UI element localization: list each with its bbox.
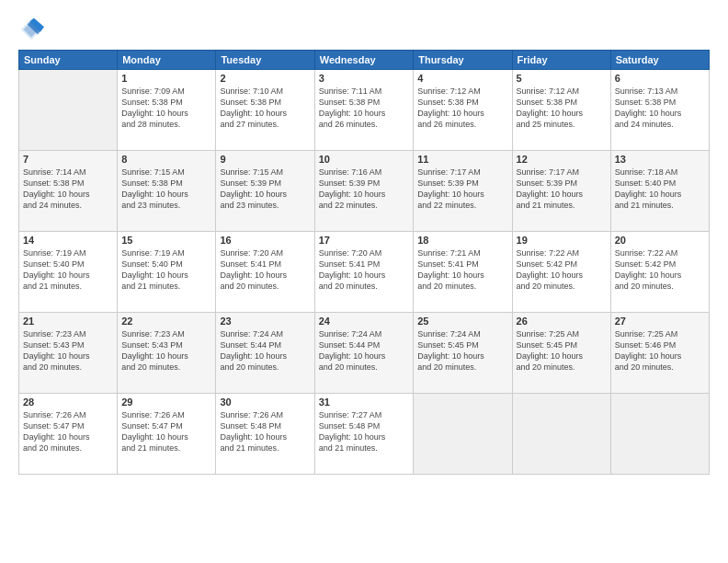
calendar-cell (512, 394, 610, 475)
day-info: Sunrise: 7:21 AM Sunset: 5:41 PM Dayligh… (417, 247, 507, 293)
calendar-cell: 25Sunrise: 7:24 AM Sunset: 5:45 PM Dayli… (414, 313, 512, 394)
calendar-cell (610, 394, 709, 475)
day-info: Sunrise: 7:17 AM Sunset: 5:39 PM Dayligh… (517, 167, 607, 212)
day-number: 9 (220, 154, 310, 165)
calendar-cell: 12Sunrise: 7:17 AM Sunset: 5:39 PM Dayli… (512, 151, 610, 232)
day-info: Sunrise: 7:25 AM Sunset: 5:45 PM Dayligh… (517, 328, 607, 373)
day-info: Sunrise: 7:11 AM Sunset: 5:38 PM Dayligh… (319, 86, 410, 131)
calendar: SundayMondayTuesdayWednesdayThursdayFrid… (18, 50, 710, 475)
week-row-4: 28Sunrise: 7:26 AM Sunset: 5:47 PM Dayli… (19, 394, 710, 475)
calendar-cell: 26Sunrise: 7:25 AM Sunset: 5:45 PM Dayli… (512, 313, 610, 394)
calendar-cell: 11Sunrise: 7:17 AM Sunset: 5:39 PM Dayli… (414, 151, 512, 232)
calendar-cell: 15Sunrise: 7:19 AM Sunset: 5:40 PM Dayli… (118, 232, 216, 313)
calendar-cell: 10Sunrise: 7:16 AM Sunset: 5:39 PM Dayli… (314, 151, 414, 232)
calendar-cell: 4Sunrise: 7:12 AM Sunset: 5:38 PM Daylig… (414, 70, 512, 151)
day-number: 14 (23, 235, 113, 246)
day-info: Sunrise: 7:10 AM Sunset: 5:38 PM Dayligh… (220, 86, 310, 131)
day-number: 21 (23, 316, 113, 327)
logo (18, 17, 48, 42)
day-info: Sunrise: 7:13 AM Sunset: 5:38 PM Dayligh… (615, 86, 705, 131)
calendar-cell: 28Sunrise: 7:26 AM Sunset: 5:47 PM Dayli… (19, 394, 118, 475)
calendar-cell: 13Sunrise: 7:18 AM Sunset: 5:40 PM Dayli… (610, 151, 709, 232)
day-info: Sunrise: 7:12 AM Sunset: 5:38 PM Dayligh… (517, 86, 607, 131)
calendar-cell: 7Sunrise: 7:14 AM Sunset: 5:38 PM Daylig… (19, 151, 118, 232)
day-number: 23 (220, 316, 310, 327)
calendar-cell: 18Sunrise: 7:21 AM Sunset: 5:41 PM Dayli… (414, 232, 512, 313)
day-info: Sunrise: 7:15 AM Sunset: 5:39 PM Dayligh… (220, 167, 310, 212)
week-row-2: 14Sunrise: 7:19 AM Sunset: 5:40 PM Dayli… (19, 232, 710, 313)
header (18, 17, 710, 42)
calendar-cell: 30Sunrise: 7:26 AM Sunset: 5:48 PM Dayli… (216, 394, 314, 475)
day-number: 15 (121, 235, 211, 246)
day-number: 3 (319, 73, 410, 84)
calendar-cell: 1Sunrise: 7:09 AM Sunset: 5:38 PM Daylig… (118, 70, 216, 151)
calendar-cell: 24Sunrise: 7:24 AM Sunset: 5:44 PM Dayli… (314, 313, 414, 394)
calendar-cell: 2Sunrise: 7:10 AM Sunset: 5:38 PM Daylig… (216, 70, 314, 151)
day-info: Sunrise: 7:19 AM Sunset: 5:40 PM Dayligh… (121, 247, 211, 293)
day-info: Sunrise: 7:16 AM Sunset: 5:39 PM Dayligh… (319, 167, 410, 212)
day-info: Sunrise: 7:22 AM Sunset: 5:42 PM Dayligh… (615, 247, 705, 293)
calendar-cell: 23Sunrise: 7:24 AM Sunset: 5:44 PM Dayli… (216, 313, 314, 394)
week-row-1: 7Sunrise: 7:14 AM Sunset: 5:38 PM Daylig… (19, 151, 710, 232)
day-info: Sunrise: 7:18 AM Sunset: 5:40 PM Dayligh… (615, 167, 705, 212)
col-header-thursday: Thursday (414, 51, 512, 70)
day-number: 28 (23, 396, 113, 408)
calendar-cell (414, 394, 512, 475)
day-number: 20 (615, 235, 705, 246)
day-number: 6 (615, 73, 705, 84)
calendar-cell: 19Sunrise: 7:22 AM Sunset: 5:42 PM Dayli… (512, 232, 610, 313)
day-number: 30 (220, 396, 310, 408)
day-number: 24 (319, 316, 410, 327)
calendar-header-row: SundayMondayTuesdayWednesdayThursdayFrid… (19, 51, 710, 70)
calendar-cell: 9Sunrise: 7:15 AM Sunset: 5:39 PM Daylig… (216, 151, 314, 232)
day-info: Sunrise: 7:23 AM Sunset: 5:43 PM Dayligh… (121, 328, 211, 373)
day-number: 18 (417, 235, 507, 246)
calendar-cell: 22Sunrise: 7:23 AM Sunset: 5:43 PM Dayli… (118, 313, 216, 394)
day-number: 26 (517, 316, 607, 327)
day-number: 29 (121, 396, 211, 408)
calendar-cell: 20Sunrise: 7:22 AM Sunset: 5:42 PM Dayli… (610, 232, 709, 313)
calendar-cell: 3Sunrise: 7:11 AM Sunset: 5:38 PM Daylig… (314, 70, 414, 151)
day-info: Sunrise: 7:15 AM Sunset: 5:38 PM Dayligh… (121, 167, 211, 212)
day-info: Sunrise: 7:23 AM Sunset: 5:43 PM Dayligh… (23, 328, 113, 373)
day-number: 12 (517, 154, 607, 165)
col-header-saturday: Saturday (610, 51, 709, 70)
day-info: Sunrise: 7:20 AM Sunset: 5:41 PM Dayligh… (319, 247, 410, 293)
calendar-cell: 21Sunrise: 7:23 AM Sunset: 5:43 PM Dayli… (19, 313, 118, 394)
col-header-tuesday: Tuesday (216, 51, 314, 70)
day-info: Sunrise: 7:19 AM Sunset: 5:40 PM Dayligh… (23, 247, 113, 293)
day-info: Sunrise: 7:26 AM Sunset: 5:47 PM Dayligh… (23, 409, 113, 454)
calendar-cell: 31Sunrise: 7:27 AM Sunset: 5:48 PM Dayli… (314, 394, 414, 475)
day-info: Sunrise: 7:26 AM Sunset: 5:48 PM Dayligh… (220, 409, 310, 454)
logo-icon (18, 17, 44, 42)
day-number: 8 (121, 154, 211, 165)
calendar-cell: 16Sunrise: 7:20 AM Sunset: 5:41 PM Dayli… (216, 232, 314, 313)
day-info: Sunrise: 7:09 AM Sunset: 5:38 PM Dayligh… (121, 86, 211, 131)
day-info: Sunrise: 7:25 AM Sunset: 5:46 PM Dayligh… (615, 328, 705, 373)
calendar-cell: 27Sunrise: 7:25 AM Sunset: 5:46 PM Dayli… (610, 313, 709, 394)
day-number: 31 (319, 396, 410, 408)
day-number: 5 (517, 73, 607, 84)
day-number: 16 (220, 235, 310, 246)
day-info: Sunrise: 7:14 AM Sunset: 5:38 PM Dayligh… (23, 167, 113, 212)
day-info: Sunrise: 7:20 AM Sunset: 5:41 PM Dayligh… (220, 247, 310, 293)
col-header-friday: Friday (512, 51, 610, 70)
calendar-cell: 6Sunrise: 7:13 AM Sunset: 5:38 PM Daylig… (610, 70, 709, 151)
day-number: 1 (121, 73, 211, 84)
week-row-0: 1Sunrise: 7:09 AM Sunset: 5:38 PM Daylig… (19, 70, 710, 151)
day-number: 19 (517, 235, 607, 246)
day-info: Sunrise: 7:26 AM Sunset: 5:47 PM Dayligh… (121, 409, 211, 454)
day-number: 25 (417, 316, 507, 327)
day-number: 7 (23, 154, 113, 165)
day-number: 17 (319, 235, 410, 246)
week-row-3: 21Sunrise: 7:23 AM Sunset: 5:43 PM Dayli… (19, 313, 710, 394)
day-number: 27 (615, 316, 705, 327)
calendar-cell: 14Sunrise: 7:19 AM Sunset: 5:40 PM Dayli… (19, 232, 118, 313)
col-header-monday: Monday (118, 51, 216, 70)
day-number: 10 (319, 154, 410, 165)
day-info: Sunrise: 7:24 AM Sunset: 5:44 PM Dayligh… (220, 328, 310, 373)
day-info: Sunrise: 7:17 AM Sunset: 5:39 PM Dayligh… (417, 167, 507, 212)
day-info: Sunrise: 7:22 AM Sunset: 5:42 PM Dayligh… (517, 247, 607, 293)
calendar-cell: 29Sunrise: 7:26 AM Sunset: 5:47 PM Dayli… (118, 394, 216, 475)
page: SundayMondayTuesdayWednesdayThursdayFrid… (0, 0, 728, 563)
